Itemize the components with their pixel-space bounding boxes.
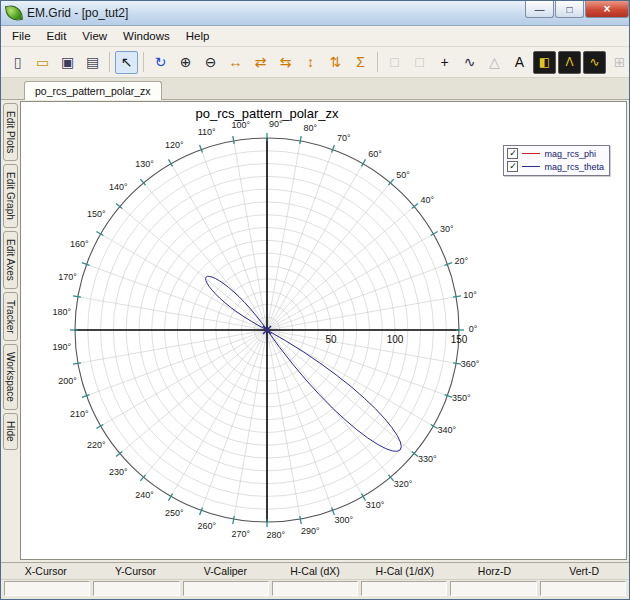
print-button[interactable]: ▤ (81, 51, 104, 74)
sidebar-tab-hide[interactable]: Hide (3, 413, 18, 450)
svg-text:180°: 180° (52, 307, 71, 317)
close-button[interactable]: × (585, 1, 629, 18)
legend-row-mag-rcs-theta: ✓mag_rcs_theta (507, 161, 604, 172)
svg-text:350°: 350° (452, 393, 471, 403)
plot-area: 0°10°20°30°40°50°60°70°80°90°100°110°120… (20, 101, 627, 560)
status-cell-y-cursor (93, 581, 179, 596)
fit-vertical-button[interactable]: ↕ (299, 51, 322, 74)
svg-text:170°: 170° (58, 272, 77, 282)
svg-text:20°: 20° (454, 256, 468, 266)
svg-text:360°: 360° (461, 359, 480, 369)
toolbar-separator (109, 52, 110, 72)
open-file-button[interactable]: ▭ (31, 51, 54, 74)
svg-text:50°: 50° (396, 170, 410, 180)
svg-text:210°: 210° (70, 409, 89, 419)
grid-settings-button: ⊞ (608, 51, 630, 74)
sidebar-tab-tracker[interactable]: Tracker (3, 292, 18, 342)
maximize-button[interactable]: □ (555, 1, 584, 18)
menu-edit[interactable]: Edit (39, 28, 75, 44)
pointer-tool-button[interactable]: ↖ (115, 51, 138, 74)
legend-checkbox-mag-rcs-phi[interactable]: ✓ (507, 148, 518, 159)
content-row: Edit PlotsEdit GraphEdit AxesTrackerWork… (1, 100, 629, 562)
window-title: EM.Grid - [po_tut2] (27, 6, 519, 20)
svg-text:0°: 0° (469, 324, 478, 334)
svg-text:290°: 290° (301, 526, 320, 536)
sidebar-tab-workspace[interactable]: Workspace (3, 344, 18, 410)
svg-text:220°: 220° (87, 440, 106, 450)
new-document-button[interactable]: ▯ (6, 51, 29, 74)
toolbar-separator (143, 52, 144, 72)
menu-file[interactable]: File (4, 28, 39, 44)
tab-strip: po_rcs_pattern_polar_zx (1, 78, 629, 100)
menu-help[interactable]: Help (178, 28, 218, 44)
tab-po-rcs-pattern-polar-zx[interactable]: po_rcs_pattern_polar_zx (24, 81, 162, 100)
status-bar: X-CursorY-CursorV-CaliperH-Cal (dX)H-Cal… (1, 562, 629, 599)
sidebar-tab-edit-axes[interactable]: Edit Axes (3, 231, 18, 289)
svg-text:150°: 150° (87, 209, 106, 219)
svg-text:230°: 230° (109, 467, 128, 477)
app-icon (5, 4, 23, 22)
toolbar-items: ▯▭▣▤↖↻⊕⊖↔⇄⇆↕⇅Σ□□+∿△A◧Λ∿⊞▦↔ (5, 51, 630, 74)
frame-a-button: □ (383, 51, 406, 74)
text-tool-button[interactable]: A (508, 51, 531, 74)
svg-text:310°: 310° (366, 500, 385, 510)
legend-checkbox-mag-rcs-theta[interactable]: ✓ (507, 161, 518, 172)
legend-row-mag-rcs-phi: ✓mag_rcs_phi (507, 148, 604, 159)
expand-vertical-button[interactable]: ⇅ (324, 51, 347, 74)
fit-horizontal-button[interactable]: ↔ (224, 51, 247, 74)
app-window: EM.Grid - [po_tut2] — □ × FileEditViewWi… (0, 0, 630, 600)
title-bar[interactable]: EM.Grid - [po_tut2] — □ × (1, 1, 629, 26)
waveform-plot-button[interactable]: ∿ (583, 51, 606, 74)
expand-horizontal-button[interactable]: ⇄ (249, 51, 272, 74)
autoscale-button[interactable]: Σ (349, 51, 372, 74)
toolbar-separator (377, 52, 378, 72)
sidebar-tab-edit-plots[interactable]: Edit Plots (3, 103, 18, 161)
menu-view[interactable]: View (74, 28, 115, 44)
zoom-out-button[interactable]: ⊖ (199, 51, 222, 74)
legend-line-sample (522, 153, 540, 154)
status-col-vert-d: Vert-D (539, 565, 629, 577)
status-cell-horz-d (450, 581, 536, 596)
menu-windows[interactable]: Windows (115, 28, 178, 44)
svg-text:30°: 30° (440, 224, 454, 234)
svg-text:340°: 340° (437, 425, 456, 435)
status-cell-h-cal-1-dx (361, 581, 447, 596)
redraw-button[interactable]: ↻ (149, 51, 172, 74)
shrink-horizontal-button[interactable]: ⇆ (274, 51, 297, 74)
minimize-button[interactable]: — (525, 1, 554, 18)
status-col-horz-d: Horz-D (450, 565, 540, 577)
svg-text:100: 100 (387, 334, 404, 345)
status-col-y-cursor: Y-Cursor (91, 565, 181, 577)
svg-text:10°: 10° (463, 290, 477, 300)
trace-tool-button[interactable]: ∿ (458, 51, 481, 74)
svg-text:40°: 40° (420, 195, 434, 205)
svg-text:80°: 80° (304, 123, 318, 133)
fft-plot-button[interactable]: Λ (558, 51, 581, 74)
window-controls: — □ × (524, 1, 629, 18)
series-mag-rcs-theta (206, 276, 402, 451)
legend-label: mag_rcs_phi (544, 149, 596, 159)
svg-text:70°: 70° (337, 133, 351, 143)
svg-text:330°: 330° (418, 454, 437, 464)
svg-text:190°: 190° (52, 342, 71, 352)
svg-text:160°: 160° (70, 239, 89, 249)
status-cells (1, 580, 629, 599)
color-map-button[interactable]: ◧ (533, 51, 556, 74)
save-button[interactable]: ▣ (56, 51, 79, 74)
status-col-h-cal-dx: H-Cal (dX) (270, 565, 360, 577)
crosshair-tool-button[interactable]: + (433, 51, 456, 74)
status-headers: X-CursorY-CursorV-CaliperH-Cal (dX)H-Cal… (1, 563, 629, 580)
svg-text:280°: 280° (266, 530, 285, 540)
svg-text:110°: 110° (198, 127, 216, 137)
svg-text:200°: 200° (58, 376, 77, 386)
svg-text:240°: 240° (135, 490, 154, 500)
svg-text:120°: 120° (165, 140, 184, 150)
status-col-v-caliper: V-Caliper (180, 565, 270, 577)
svg-text:150: 150 (451, 334, 468, 345)
sidebar-tab-edit-graph[interactable]: Edit Graph (3, 164, 18, 228)
status-cell-h-cal-dx (272, 581, 358, 596)
legend-line-sample (522, 166, 540, 167)
svg-text:300°: 300° (334, 515, 353, 525)
zoom-in-button[interactable]: ⊕ (174, 51, 197, 74)
svg-text:250°: 250° (165, 508, 184, 518)
